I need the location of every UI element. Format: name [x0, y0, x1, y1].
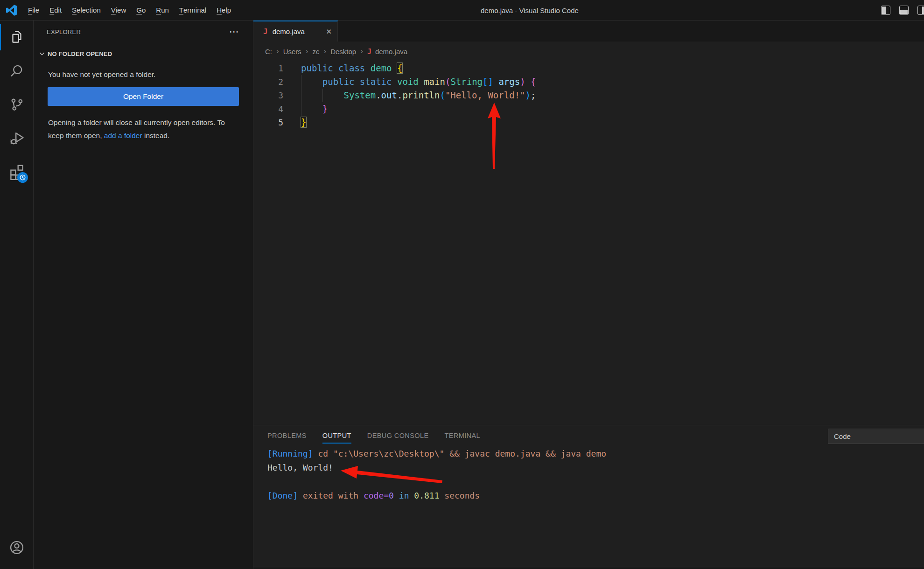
token: cd "c:\Users\zc\Desktop\" && javac demo.… [318, 449, 606, 458]
open-folder-note: Opening a folder will close all currentl… [48, 116, 235, 142]
token [365, 63, 370, 73]
menu-item-go[interactable]: Go [131, 0, 151, 21]
token: demo [371, 63, 392, 73]
code-line[interactable]: 5} [253, 116, 924, 129]
sidebar-item-explorer[interactable] [0, 21, 34, 54]
output-console: [Running] cd "c:\Users\zc\Desktop\" && j… [267, 447, 924, 503]
sidebar-title: EXPLORER [47, 28, 81, 35]
tab-bar: J demo.java ✕ [253, 21, 924, 42]
line-number: 5 [253, 116, 283, 129]
panel-tab-debug-console[interactable]: DEBUG CONSOLE [367, 425, 429, 446]
token: . [376, 90, 381, 100]
token: ) [520, 76, 525, 87]
open-folder-button[interactable]: Open Folder [48, 87, 239, 106]
panel-tab-output[interactable]: OUTPUT [322, 425, 351, 446]
token: 0.811 [414, 491, 439, 500]
panel-tab-problems[interactable]: PROBLEMS [267, 425, 307, 446]
token: main [424, 76, 445, 87]
token: static [360, 76, 392, 87]
menu-item-view[interactable]: View [106, 0, 132, 21]
code-line[interactable]: 2 public static void main(String[] args)… [253, 75, 924, 89]
sidebar-item-extensions[interactable] [0, 155, 34, 188]
code-line[interactable]: 3 System.out.println("Hello, World!"); [253, 89, 924, 102]
token [493, 76, 498, 87]
token: println [402, 90, 440, 100]
menu-item-help[interactable]: Help [211, 0, 236, 21]
breadcrumb-separator: › [324, 47, 327, 56]
menu-item-edit[interactable]: Edit [44, 0, 67, 21]
search-icon [9, 63, 25, 79]
empty-folder-message: You have not yet opened a folder. [48, 70, 239, 79]
breadcrumb-item[interactable]: demo.java [375, 48, 407, 56]
sidebar-item-accounts[interactable] [0, 531, 34, 564]
output-line [267, 475, 924, 489]
token: public [322, 76, 355, 87]
token: class [338, 63, 365, 73]
line-number: 1 [253, 62, 283, 75]
indent-guide [322, 89, 323, 102]
breadcrumb-item[interactable]: Desktop [330, 48, 356, 56]
tab-demo-java[interactable]: J demo.java ✕ [253, 21, 338, 42]
window-title: demo.java - Visual Studio Code [481, 0, 579, 21]
extensions-badge-clock-icon [17, 172, 28, 183]
title-bar: FileEditSelectionViewGoRunTerminalHelp d… [0, 0, 924, 21]
token [354, 76, 359, 87]
breadcrumb-separator: › [276, 47, 279, 56]
token: args [498, 76, 520, 87]
vscode-logo-icon [6, 5, 17, 16]
sidebar-item-search[interactable] [0, 54, 34, 88]
code-line[interactable]: 4 } [253, 102, 924, 116]
code-line-text: public class demo { [283, 62, 402, 75]
java-file-icon: J [263, 27, 268, 36]
menu-item-run[interactable]: Run [151, 0, 174, 21]
sidebar-explorer: EXPLORER ⋯ NO FOLDER OPENED You have not… [34, 21, 253, 569]
token: System [344, 90, 376, 100]
menu-bar: FileEditSelectionViewGoRunTerminalHelp [23, 0, 236, 21]
panel-tabs: PROBLEMSOUTPUTDEBUG CONSOLETERMINAL [253, 425, 496, 446]
code-line-text: } [283, 102, 328, 116]
breadcrumb-item[interactable]: C: [265, 48, 272, 56]
menu-item-terminal[interactable]: Terminal [174, 0, 211, 21]
close-tab-icon[interactable]: ✕ [326, 28, 332, 36]
breadcrumb-item[interactable]: zc [313, 48, 320, 56]
run-debug-icon [8, 130, 25, 146]
token: out [381, 90, 397, 100]
toggle-secondary-sidebar-icon[interactable] [917, 6, 924, 15]
token: 0 [389, 491, 394, 500]
menu-item-file[interactable]: File [23, 0, 44, 21]
sidebar-item-run-and-debug[interactable] [0, 121, 34, 155]
toggle-panel-icon[interactable] [899, 6, 909, 15]
token [313, 449, 318, 458]
menu-item-selection[interactable]: Selection [67, 0, 106, 21]
token: ) [525, 90, 531, 100]
section-no-folder-opened[interactable]: NO FOLDER OPENED [34, 47, 253, 61]
code-line[interactable]: 1public class demo { [253, 62, 924, 75]
sidebar-item-source-control[interactable] [0, 88, 34, 121]
code-editor[interactable]: 1public class demo {2 public static void… [253, 62, 924, 425]
token [419, 76, 424, 87]
bottom-panel: PROBLEMSOUTPUTDEBUG CONSOLETERMINAL Code… [253, 425, 924, 567]
token: ( [440, 90, 445, 100]
token: [Running] [267, 449, 313, 458]
toggle-sidebar-icon[interactable] [881, 6, 890, 15]
token [301, 76, 322, 87]
token: exited with [303, 491, 364, 500]
files-icon [9, 29, 25, 45]
token: ( [445, 76, 450, 87]
token [409, 491, 414, 500]
token: Hello, World! [267, 463, 333, 472]
add-a-folder-link[interactable]: add a folder [104, 132, 142, 139]
editor-group: J demo.java ✕ C:›Users›zc›Desktop›Jdemo.… [253, 21, 924, 569]
breadcrumb-item[interactable]: Users [283, 48, 301, 56]
token: String [450, 76, 483, 87]
more-actions-icon[interactable]: ⋯ [229, 29, 239, 34]
token: } [301, 117, 306, 127]
line-number: 4 [253, 102, 283, 116]
token: [] [483, 76, 493, 87]
panel-tab-terminal[interactable]: TERMINAL [445, 425, 481, 446]
token [301, 104, 322, 114]
code-line-text: } [283, 116, 306, 129]
output-channel-select[interactable]: Code [828, 429, 924, 444]
token: { [397, 63, 402, 73]
token [333, 63, 338, 73]
